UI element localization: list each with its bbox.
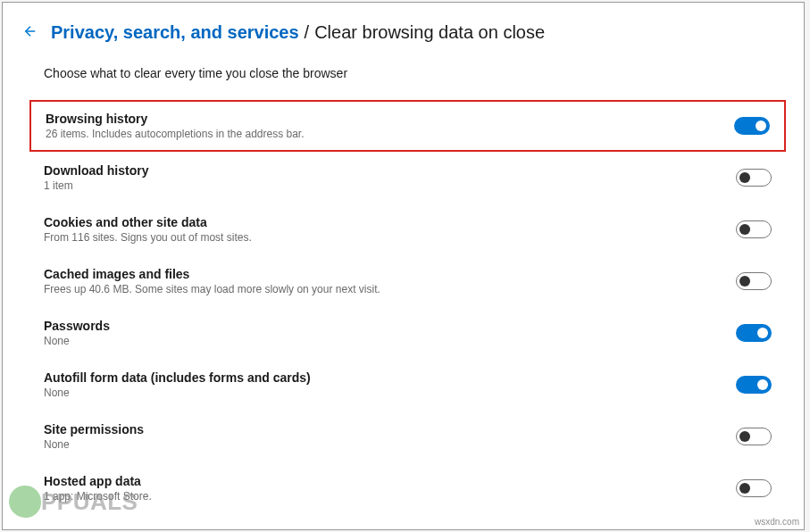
setting-cached: Cached images and files Frees up 40.6 MB…	[29, 255, 786, 307]
setting-text: Browsing history 26 items. Includes auto…	[46, 112, 305, 140]
setting-text: Hosted app data 1 app: Microsoft Store.	[44, 474, 152, 503]
toggle-cookies[interactable]	[736, 220, 772, 238]
breadcrumb-current: Clear browsing data on close	[314, 22, 545, 43]
setting-cookies: Cookies and other site data From 116 sit…	[29, 204, 786, 255]
setting-desc: From 116 sites. Signs you out of most si…	[44, 231, 252, 244]
setting-title: Autofill form data (includes forms and c…	[44, 370, 311, 385]
setting-site-permissions: Site permissions None	[29, 411, 786, 462]
site-credit: wsxdn.com	[755, 517, 799, 527]
setting-text: Download history 1 item	[44, 163, 148, 192]
setting-hosted-app-data: Hosted app data 1 app: Microsoft Store.	[29, 462, 786, 514]
setting-desc: None	[44, 438, 144, 451]
setting-desc: None	[44, 387, 311, 399]
setting-passwords: Passwords None	[29, 307, 786, 359]
toggle-cached[interactable]	[736, 272, 772, 290]
breadcrumb-separator: /	[305, 22, 310, 43]
setting-title: Browsing history	[46, 112, 305, 126]
setting-browsing-history: Browsing history 26 items. Includes auto…	[29, 100, 786, 152]
setting-desc: 26 items. Includes autocompletions in th…	[46, 128, 305, 140]
breadcrumb-parent-link[interactable]: Privacy, search, and services	[51, 22, 299, 43]
setting-download-history: Download history 1 item	[29, 152, 786, 204]
setting-desc: None	[44, 335, 110, 347]
back-arrow-icon[interactable]	[22, 23, 38, 42]
toggle-site-permissions[interactable]	[736, 428, 772, 445]
setting-text: Cookies and other site data From 116 sit…	[44, 215, 252, 244]
setting-text: Site permissions None	[44, 422, 144, 451]
setting-text: Autofill form data (includes forms and c…	[44, 370, 311, 399]
breadcrumb-row: Privacy, search, and services / Clear br…	[22, 22, 786, 43]
toggle-autofill[interactable]	[736, 376, 772, 394]
setting-title: Cookies and other site data	[44, 215, 252, 229]
setting-desc: Frees up 40.6 MB. Some sites may load mo…	[44, 283, 380, 295]
breadcrumb: Privacy, search, and services / Clear br…	[51, 22, 545, 43]
setting-title: Passwords	[44, 319, 110, 333]
setting-title: Site permissions	[44, 422, 144, 436]
setting-desc: 1 app: Microsoft Store.	[44, 490, 152, 503]
setting-title: Download history	[44, 163, 148, 178]
intro-text: Choose what to clear every time you clos…	[44, 66, 786, 80]
toggle-passwords[interactable]	[736, 324, 772, 342]
setting-desc: 1 item	[44, 179, 148, 192]
toggle-hosted-app-data[interactable]	[736, 479, 772, 497]
setting-autofill: Autofill form data (includes forms and c…	[29, 359, 786, 411]
toggle-download-history[interactable]	[736, 169, 772, 187]
setting-text: Passwords None	[44, 319, 110, 347]
toggle-browsing-history[interactable]	[734, 117, 770, 135]
setting-title: Hosted app data	[44, 474, 152, 488]
settings-list: Browsing history 26 items. Includes auto…	[29, 100, 786, 514]
setting-text: Cached images and files Frees up 40.6 MB…	[44, 267, 380, 295]
settings-panel: Privacy, search, and services / Clear br…	[2, 2, 805, 530]
setting-title: Cached images and files	[44, 267, 380, 281]
